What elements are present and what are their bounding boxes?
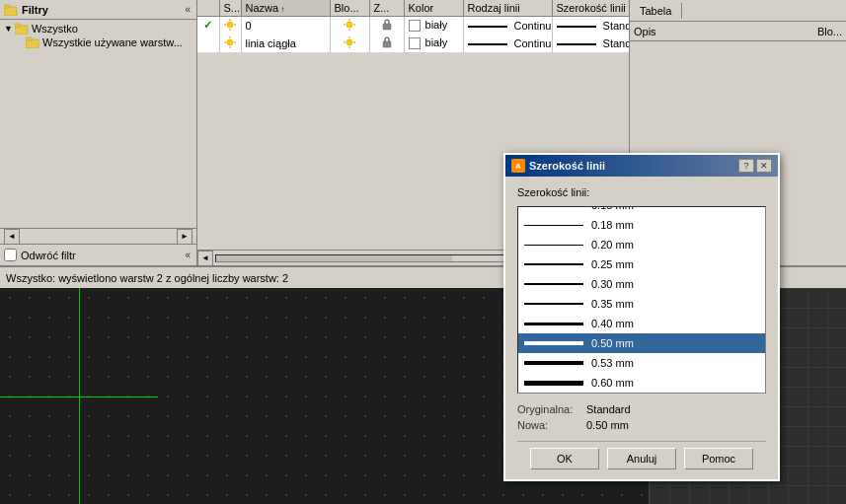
lw-item-3[interactable]: 0.20 mm — [518, 235, 765, 254]
row1-name: linia ciągła — [241, 35, 330, 52]
lw-line-4 — [524, 262, 583, 266]
svg-rect-36 — [524, 341, 583, 345]
invert-filter-label[interactable]: Odwróć filtr — [4, 249, 76, 261]
row1-lw-label: Standard — [603, 37, 629, 49]
lw-sample-0 — [557, 26, 596, 28]
line-sample-0 — [468, 26, 507, 28]
row1-color: biały — [404, 35, 463, 52]
ok-button[interactable]: OK — [530, 448, 599, 469]
th-s[interactable]: S... — [219, 0, 241, 17]
filters-header-left: Filtry — [4, 4, 48, 16]
row0-name: 0 — [241, 17, 330, 35]
row0-status — [219, 17, 241, 35]
layers-table: S... Nazwa↑ Blo... Z... Kolor Rodzaj lin… — [197, 0, 629, 52]
tree-all-label: Wszystko — [32, 23, 78, 35]
lw-item-6[interactable]: 0.35 mm — [518, 294, 765, 314]
sun-icon-block0 — [344, 19, 355, 31]
svg-rect-31 — [524, 245, 583, 246]
sun-icon-1 — [224, 36, 236, 48]
top-right-desc-bar: Opis Blo... — [630, 22, 846, 41]
row1-lineweight: Standard — [552, 35, 629, 52]
svg-rect-34 — [524, 303, 583, 305]
th-block[interactable]: Blo... — [330, 0, 369, 17]
th-freeze[interactable]: Z... — [369, 0, 404, 17]
new-row: Nowa: 0.50 mm — [517, 419, 766, 431]
cancel-button[interactable]: Anuluj — [607, 448, 676, 469]
lock-icon-0 — [381, 19, 393, 31]
dialog-help-title-btn[interactable]: ? — [738, 159, 754, 173]
lw-line-6 — [524, 302, 583, 306]
lock-icon-1 — [381, 36, 393, 48]
lw-item-5[interactable]: 0.30 mm — [518, 274, 765, 294]
row1-color-label: biały — [425, 36, 448, 48]
table-row[interactable]: linia ciągła — [197, 35, 629, 52]
hscroll-left-btn[interactable]: ◄ — [197, 251, 213, 266]
row1-block — [330, 35, 369, 52]
lw-label-1: 0.15 mm — [591, 206, 634, 211]
svg-point-6 — [227, 22, 233, 28]
lw-label-7: 0.40 mm — [591, 318, 634, 329]
top-right-tab-tabela[interactable]: Tabela — [630, 3, 682, 19]
filters-panel: Filtry « ▼ Wszystko Wszystkie używane wa… — [0, 0, 197, 265]
th-status[interactable] — [197, 0, 219, 17]
tree-folder-icon-used — [26, 36, 39, 48]
th-name[interactable]: Nazwa↑ — [241, 0, 330, 17]
tree-expand-icon: ▼ — [4, 24, 13, 34]
dialog-close-btn[interactable]: ✕ — [756, 159, 772, 173]
lw-item-8[interactable]: 0.50 mm — [518, 333, 765, 353]
lw-line-5 — [524, 282, 583, 286]
lw-item-9[interactable]: 0.53 mm — [518, 353, 765, 373]
help-button[interactable]: Pomoc — [684, 448, 753, 469]
lw-item-10[interactable]: 0.60 mm — [518, 373, 765, 393]
row1-linetype: Continuous — [463, 35, 552, 52]
row1-linetype-label: Continuous — [514, 37, 552, 49]
row0-block — [330, 17, 369, 35]
lineweight-list[interactable]: 0.13 mm0.15 mm0.18 mm0.20 mm0.25 mm0.30 … — [517, 206, 766, 394]
svg-rect-1 — [4, 5, 10, 8]
new-label: Nowa: — [517, 419, 586, 431]
row1-status — [219, 35, 241, 52]
original-value: Standard — [586, 403, 631, 415]
filters-tree: ▼ Wszystko Wszystkie używane warstw... — [0, 20, 196, 228]
filters-scroll-right[interactable]: ► — [177, 229, 192, 245]
lineweight-dialog: A Szerokość linii ? ✕ Szerokość linii: 0… — [503, 153, 780, 481]
lw-item-4[interactable]: 0.25 mm — [518, 254, 765, 274]
row0-color: biały — [404, 17, 463, 35]
tree-item-all[interactable]: ▼ Wszystko — [2, 22, 194, 36]
dialog-list-label: Szerokość linii: — [517, 186, 766, 198]
row0-linetype: Continuous — [463, 17, 552, 35]
lw-label-5: 0.30 mm — [591, 278, 634, 290]
lw-item-7[interactable]: 0.40 mm — [518, 314, 765, 333]
row0-checkmark: ✓ — [197, 17, 219, 35]
filters-collapse-btn[interactable]: « — [183, 4, 192, 15]
lw-item-1[interactable]: 0.15 mm — [518, 206, 765, 215]
lw-line-2 — [524, 224, 583, 227]
svg-rect-5 — [26, 37, 32, 40]
crosshair-h — [0, 396, 158, 397]
row1-checkmark — [197, 35, 219, 52]
lw-label-9: 0.53 mm — [591, 357, 634, 369]
lw-line-10 — [524, 380, 583, 387]
svg-rect-4 — [26, 39, 38, 48]
invert-filter-checkbox[interactable] — [4, 249, 17, 261]
lw-line-3 — [524, 244, 583, 247]
row0-lw-label: Standard — [603, 20, 629, 32]
svg-rect-16 — [383, 24, 391, 30]
svg-rect-35 — [524, 323, 583, 325]
filters-scroll-left[interactable]: ◄ — [4, 229, 20, 245]
lw-item-2[interactable]: 0.18 mm — [518, 215, 765, 235]
svg-point-22 — [346, 39, 352, 45]
dialog-title-buttons: ? ✕ — [738, 159, 772, 173]
table-row[interactable]: ✓ 0 — [197, 17, 629, 35]
filters-bottom-collapse[interactable]: « — [183, 250, 192, 260]
filters-bottom: Odwróć filtr « — [0, 244, 196, 265]
tree-used-label: Wszystkie używane warstw... — [42, 36, 183, 48]
original-label: Oryginalna: — [517, 403, 586, 415]
tree-item-used[interactable]: Wszystkie używane warstw... — [2, 36, 194, 49]
lw-label-10: 0.60 mm — [591, 377, 634, 389]
th-color[interactable]: Kolor — [404, 0, 463, 17]
lw-label-2: 0.18 mm — [591, 219, 634, 231]
th-linetype[interactable]: Rodzaj linii — [463, 0, 552, 17]
th-lineweight[interactable]: Szerokość linii — [552, 0, 629, 17]
lw-label-8: 0.50 mm — [591, 337, 634, 349]
